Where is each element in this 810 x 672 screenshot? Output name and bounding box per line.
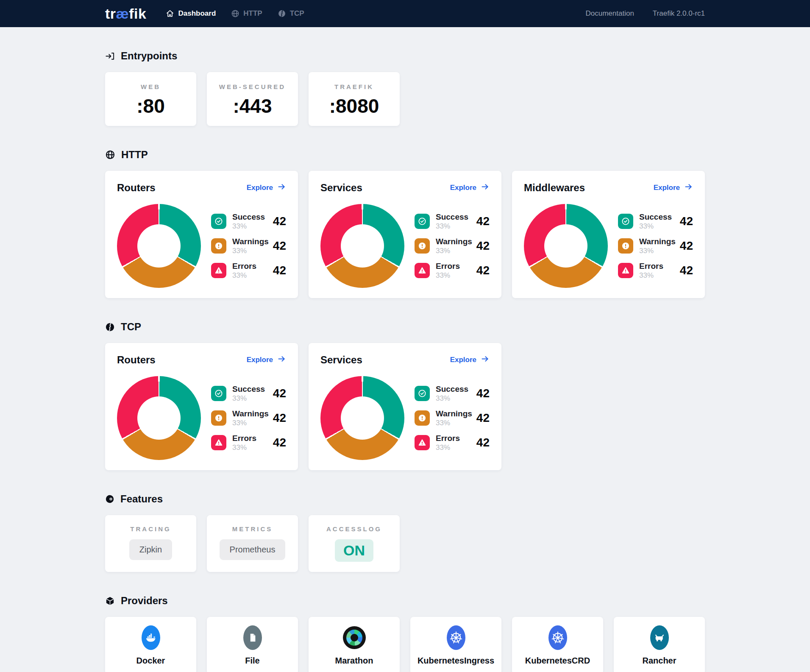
arrow-right-icon <box>481 354 490 365</box>
legend-count: 42 <box>476 264 490 277</box>
nav-item-tcp[interactable]: TCP <box>278 9 304 18</box>
donut-chart <box>320 204 404 288</box>
section-title: Providers <box>121 595 168 607</box>
card-title: Middlewares <box>524 182 585 194</box>
legend-label: Success <box>639 212 672 222</box>
nav-item-dashboard[interactable]: Dashboard <box>166 9 216 18</box>
home-icon <box>166 9 174 18</box>
error-triangle-icon <box>211 263 226 278</box>
record-icon <box>105 494 114 504</box>
explore-link[interactable]: Explore <box>450 182 490 193</box>
explore-label: Explore <box>247 184 273 192</box>
legend-label: Success <box>232 384 265 394</box>
legend-label: Success <box>232 212 265 222</box>
provider-card-file: File <box>207 617 298 672</box>
provider-card-kubernetes-ingress: KubernetesIngress <box>410 617 501 672</box>
donut-chart <box>320 376 404 460</box>
documentation-link[interactable]: Documentation <box>586 9 634 18</box>
legend-count: 42 <box>476 411 490 425</box>
legend-percent: 33% <box>436 222 468 231</box>
feature-on-badge: ON <box>335 539 373 562</box>
explore-link[interactable]: Explore <box>654 182 693 193</box>
feature-card-accesslog: ACCESSLOG ON <box>309 515 400 572</box>
success-check-icon <box>618 214 633 229</box>
card-title: Services <box>320 182 362 194</box>
legend-row-warnings: Warnings33% 42 <box>618 237 693 256</box>
legend-count: 42 <box>273 411 286 425</box>
file-icon <box>209 625 295 651</box>
http-middlewares-card: Middlewares Explore Success33% 42 <box>512 171 705 298</box>
provider-name: Marathon <box>311 656 397 666</box>
provider-card-rancher: Rancher <box>614 617 705 672</box>
features-section: Features TRACING Zipkin METRICS Promethe… <box>105 493 705 572</box>
explore-link[interactable]: Explore <box>450 354 490 365</box>
legend-percent: 33% <box>436 394 468 403</box>
legend-row-success: Success33% 42 <box>211 384 286 403</box>
error-triangle-icon <box>211 435 226 450</box>
tcp-icon <box>105 322 115 332</box>
legend-count: 42 <box>273 387 286 400</box>
legend-label: Warnings <box>436 237 472 247</box>
provider-name: KubernetesIngress <box>413 656 499 666</box>
legend-row-warnings: Warnings33% 42 <box>415 237 490 256</box>
error-triangle-icon <box>415 263 430 278</box>
error-triangle-icon <box>415 435 430 450</box>
entrypoint-port: :80 <box>109 95 193 117</box>
kubernetes-icon <box>515 625 601 651</box>
success-check-icon <box>211 386 226 401</box>
explore-link[interactable]: Explore <box>247 354 286 365</box>
rancher-icon <box>616 625 702 651</box>
legend-row-success: Success33% 42 <box>415 384 490 403</box>
legend-label: Success <box>436 384 468 394</box>
donut-chart <box>524 204 608 288</box>
nav-menu: Dashboard HTTP TCP <box>166 9 304 18</box>
legend-count: 42 <box>476 387 490 400</box>
legend-row-warnings: Warnings33% 42 <box>415 409 490 428</box>
legend-label: Warnings <box>436 409 472 419</box>
entrypoint-card-traefik: TRAEFIK :8080 <box>309 72 400 126</box>
feature-name: ACCESSLOG <box>312 525 396 533</box>
explore-label: Explore <box>654 184 680 192</box>
marathon-icon <box>311 625 397 651</box>
legend-percent: 33% <box>232 418 269 427</box>
card-title: Routers <box>117 354 156 366</box>
entrypoints-section: Entrypoints WEB :80 WEB-SECURED :443 TRA… <box>105 50 705 126</box>
nav-item-http[interactable]: HTTP <box>231 9 262 18</box>
login-icon <box>105 51 115 61</box>
nav-item-label: HTTP <box>243 9 262 18</box>
feature-name: TRACING <box>109 525 193 533</box>
feature-card-tracing: TRACING Zipkin <box>105 515 196 572</box>
cube-icon <box>105 596 115 606</box>
legend-row-warnings: Warnings33% 42 <box>211 237 286 256</box>
top-navbar: træfik Dashboard HTTP TCP <box>0 0 810 27</box>
entrypoint-name: TRAEFIK <box>312 83 396 90</box>
legend-label: Errors <box>436 261 460 271</box>
tcp-section: TCP Routers Explore Success33% <box>105 321 705 470</box>
legend-count: 42 <box>476 215 490 228</box>
legend-label: Errors <box>232 261 256 271</box>
legend-row-errors: Errors33% 42 <box>415 433 490 452</box>
provider-name: File <box>209 656 295 666</box>
feature-value-chip: Prometheus <box>220 539 286 560</box>
legend-percent: 33% <box>232 246 269 255</box>
explore-label: Explore <box>450 356 476 364</box>
legend-percent: 33% <box>232 394 265 403</box>
legend-count: 42 <box>273 264 286 277</box>
section-title: Entrypoints <box>121 50 177 62</box>
provider-name: KubernetesCRD <box>515 656 601 666</box>
legend-percent: 33% <box>639 246 676 255</box>
entrypoint-card-web: WEB :80 <box>105 72 196 126</box>
legend-row-success: Success33% 42 <box>618 212 693 231</box>
explore-link[interactable]: Explore <box>247 182 286 193</box>
legend-count: 42 <box>476 239 490 253</box>
legend-percent: 33% <box>436 443 460 452</box>
legend-count: 42 <box>273 436 286 449</box>
traefik-logo[interactable]: træfik <box>105 6 146 22</box>
feature-card-metrics: METRICS Prometheus <box>207 515 298 572</box>
provider-card-kubernetes-crd: KubernetesCRD <box>512 617 603 672</box>
legend-percent: 33% <box>436 271 460 280</box>
provider-card-docker: Docker <box>105 617 196 672</box>
provider-name: Rancher <box>616 656 702 666</box>
legend-row-errors: Errors33% 42 <box>211 261 286 280</box>
warning-exclamation-icon <box>415 410 430 426</box>
